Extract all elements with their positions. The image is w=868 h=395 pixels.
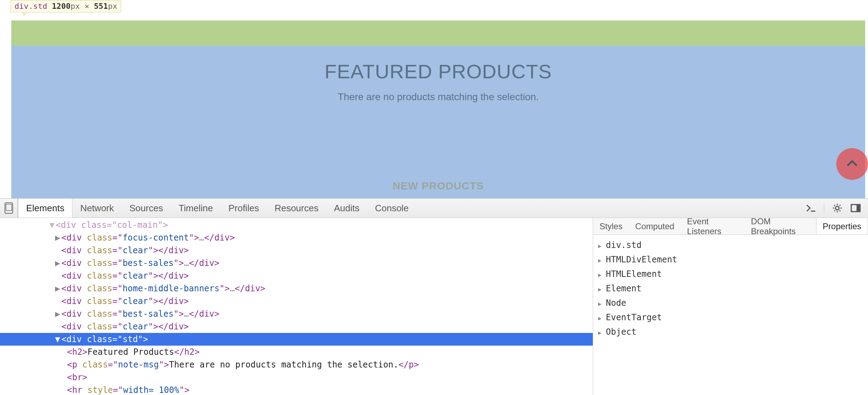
dom-row[interactable]: <div class="clear"></div>: [0, 244, 593, 257]
tab-resources[interactable]: Resources: [267, 199, 326, 218]
tooltip-height: 551: [94, 2, 108, 11]
tab-elements[interactable]: Elements: [18, 199, 72, 218]
tooltip-width: 1200: [52, 2, 71, 11]
sidebar-tab-styles[interactable]: Styles: [593, 218, 629, 235]
sidebar-tab-computed[interactable]: Computed: [629, 218, 681, 235]
dom-row[interactable]: <div class="clear"></div>: [0, 295, 593, 308]
featured-products-heading: FEATURED PRODUCTS: [11, 46, 865, 83]
dom-row[interactable]: ▼<div class="col-main">: [0, 219, 593, 231]
tab-sources[interactable]: Sources: [122, 199, 171, 218]
dom-row[interactable]: ▶<div class="focus-content">…</div>: [0, 231, 593, 244]
dom-row[interactable]: <br>: [0, 371, 593, 384]
sidebar-tab-event-listeners[interactable]: Event Listeners: [681, 218, 745, 235]
sidebar-tab-properties[interactable]: Properties: [816, 218, 868, 235]
dom-row[interactable]: ▶<div class="home-middle-banners">…</div…: [0, 282, 593, 295]
scroll-to-top-button[interactable]: [836, 148, 868, 180]
toggle-device-mode-button[interactable]: [0, 199, 18, 218]
prop-row[interactable]: HTMLDivElement: [598, 253, 863, 267]
highlight-content-overlay: FEATURED PRODUCTS There are no products …: [11, 46, 865, 198]
dock-side-icon[interactable]: [850, 203, 861, 213]
devtools-panel: Elements Network Sources Timeline Profil…: [0, 198, 868, 395]
svg-rect-5: [857, 205, 860, 212]
devtools-toolbar: Elements Network Sources Timeline Profil…: [0, 199, 868, 218]
prop-row[interactable]: Element: [598, 282, 863, 296]
dom-row[interactable]: <div class="clear"></div>: [0, 320, 593, 333]
phone-icon: [4, 202, 13, 214]
chevron-up-icon: [845, 157, 859, 171]
styles-sidebar: Styles Computed Event Listeners DOM Brea…: [593, 218, 868, 395]
properties-list[interactable]: div.std HTMLDivElement HTMLElement Eleme…: [593, 235, 868, 395]
prop-row[interactable]: div.std: [598, 238, 863, 253]
tab-profiles[interactable]: Profiles: [221, 199, 267, 218]
dom-row-selected[interactable]: ▼<div class="std">: [0, 333, 593, 346]
svg-point-3: [836, 206, 839, 210]
new-products-heading: NEW PRODUCTS: [11, 180, 865, 192]
dom-row[interactable]: <p class="note-msg">There are no product…: [0, 358, 593, 371]
dom-row[interactable]: ▶<div class="best-sales">…</div>: [0, 257, 593, 269]
tooltip-selector: div.std: [14, 2, 47, 11]
dom-row[interactable]: <hr style="width= 100%">: [0, 384, 593, 395]
prop-row[interactable]: EventTarget: [598, 311, 863, 325]
prop-row[interactable]: Object: [598, 325, 863, 340]
prop-row[interactable]: HTMLElement: [598, 267, 863, 282]
gear-icon[interactable]: [832, 203, 843, 213]
prop-row[interactable]: Node: [598, 296, 863, 311]
inspected-page: FEATURED PRODUCTS There are no products …: [0, 0, 868, 198]
tab-timeline[interactable]: Timeline: [171, 199, 221, 218]
show-console-icon[interactable]: [806, 203, 816, 213]
tab-network[interactable]: Network: [72, 199, 121, 218]
sidebar-tab-dom-breakpoints[interactable]: DOM Breakpoints: [745, 218, 816, 235]
svg-rect-1: [6, 204, 12, 211]
tab-console[interactable]: Console: [367, 199, 416, 218]
tab-audits[interactable]: Audits: [326, 199, 367, 218]
dom-row[interactable]: <h2>Featured Products</h2>: [0, 346, 593, 358]
dom-tree[interactable]: ▼<div class="col-main">▶<div class="focu…: [0, 218, 593, 395]
element-dimensions-tooltip: div.std 1200px × 551px: [11, 0, 121, 12]
dom-row[interactable]: <div class="clear"></div>: [0, 269, 593, 282]
dom-row[interactable]: ▶<div class="best-sales">…</div>: [0, 308, 593, 320]
note-message: There are no products matching the selec…: [11, 91, 865, 103]
sidebar-tabs: Styles Computed Event Listeners DOM Brea…: [593, 218, 868, 235]
